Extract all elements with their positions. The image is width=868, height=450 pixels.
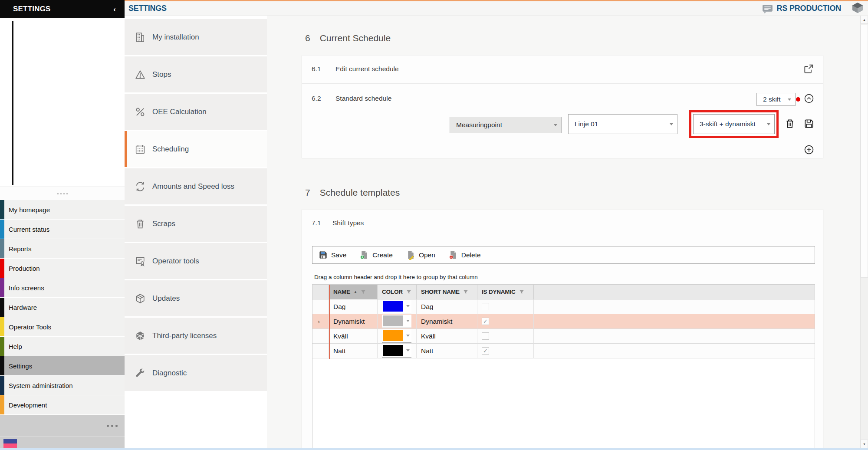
sidebar-settings-item[interactable] bbox=[17, 154, 125, 171]
sidebar-settings-item[interactable] bbox=[17, 53, 125, 70]
cell-color[interactable] bbox=[378, 344, 417, 358]
cell-is-dynamic[interactable] bbox=[477, 329, 534, 344]
sort-asc-icon[interactable]: ▲ bbox=[354, 290, 357, 294]
sidebar-item[interactable]: Settings bbox=[0, 356, 125, 375]
sidebar-settings-item[interactable] bbox=[17, 137, 125, 154]
cell-name[interactable]: Kväll bbox=[329, 329, 378, 344]
sidebar-item[interactable]: Reports bbox=[0, 239, 125, 258]
sidebar-settings-item[interactable] bbox=[17, 104, 125, 121]
sidebar-settings-item[interactable] bbox=[17, 87, 125, 104]
grid-header-is-dynamic[interactable]: IS DYNAMIC bbox=[477, 285, 534, 299]
sidebar-item[interactable]: Hardware bbox=[0, 298, 125, 317]
cell-color[interactable] bbox=[378, 314, 417, 329]
sidebar-settings-item[interactable] bbox=[17, 171, 125, 187]
cell-expand[interactable]: › bbox=[312, 299, 329, 314]
settings-nav-item[interactable]: Scheduling bbox=[125, 131, 267, 167]
color-dropdown[interactable] bbox=[382, 329, 411, 343]
checkbox[interactable] bbox=[482, 318, 489, 325]
cell-is-dynamic[interactable] bbox=[477, 314, 534, 329]
sidebar-settings-item[interactable] bbox=[17, 20, 125, 37]
cell-expand[interactable]: › bbox=[312, 314, 329, 329]
cell-expand[interactable]: › bbox=[312, 329, 329, 344]
selected-indicator-bar bbox=[125, 131, 127, 167]
collapse-icon[interactable]: ‹ bbox=[113, 6, 116, 13]
delete-schedule-icon[interactable] bbox=[784, 118, 796, 129]
scrollbar-thumb[interactable] bbox=[861, 25, 868, 278]
brand-name[interactable]: RS PRODUCTION bbox=[777, 4, 841, 13]
cell-color[interactable] bbox=[378, 299, 417, 314]
cell-name[interactable]: Dynamiskt bbox=[329, 314, 378, 329]
settings-nav-item[interactable]: Diagnostic bbox=[125, 355, 267, 391]
checkbox[interactable] bbox=[482, 347, 489, 355]
vertical-scrollbar[interactable]: ▲ ▼ bbox=[860, 15, 868, 448]
toolbar-button-label: Open bbox=[419, 251, 435, 259]
toolbar-button[interactable]: Delete bbox=[448, 250, 481, 260]
sidebar-overflow-button[interactable] bbox=[0, 415, 125, 437]
scroll-up-button[interactable]: ▲ bbox=[861, 15, 868, 24]
line-select[interactable]: Linje 01 bbox=[568, 114, 677, 134]
grid-header-name[interactable]: NAME ▲ bbox=[329, 285, 378, 299]
cell-short-name[interactable]: Kväll bbox=[417, 329, 477, 344]
cell-name[interactable]: Dag bbox=[329, 299, 378, 314]
settings-nav-item[interactable]: Operator tools bbox=[125, 243, 267, 279]
sidebar-item[interactable]: Current status bbox=[0, 220, 125, 239]
settings-nav-item[interactable]: Third-party licenses bbox=[125, 318, 267, 354]
sidebar-item[interactable]: My homepage bbox=[0, 200, 125, 219]
color-dropdown[interactable] bbox=[382, 300, 411, 313]
sidebar-settings-item[interactable] bbox=[17, 120, 125, 137]
template-select[interactable]: 3-skift + dynamiskt bbox=[693, 114, 775, 134]
settings-nav-item[interactable]: My installation bbox=[125, 19, 267, 55]
filter-icon[interactable] bbox=[361, 289, 366, 295]
color-dropdown[interactable] bbox=[382, 344, 411, 358]
add-schedule-icon[interactable] bbox=[803, 144, 815, 155]
cell-expand[interactable]: › bbox=[312, 344, 329, 358]
chat-icon[interactable] bbox=[762, 3, 773, 14]
settings-nav-item[interactable]: Scraps bbox=[125, 206, 267, 242]
settings-nav-item-label: My installation bbox=[152, 33, 199, 42]
schedule-select[interactable]: 2 skift bbox=[756, 93, 796, 106]
collapse-section-icon[interactable] bbox=[803, 93, 815, 104]
section-number: 7 bbox=[305, 187, 310, 198]
sidebar-item[interactable]: Production bbox=[0, 259, 125, 278]
scroll-down-button[interactable]: ▼ bbox=[861, 440, 868, 448]
cell-name[interactable]: Natt bbox=[329, 344, 378, 358]
grid-header-short-name[interactable]: SHORT NAME bbox=[417, 285, 477, 299]
cell-color[interactable] bbox=[378, 329, 417, 344]
sidebar-item[interactable]: System administration bbox=[0, 376, 125, 395]
expand-row-icon[interactable]: › bbox=[318, 318, 320, 325]
cell-is-dynamic[interactable] bbox=[477, 344, 534, 358]
sidebar-drag-handle[interactable] bbox=[0, 187, 125, 200]
settings-nav-item[interactable]: Amounts and Speed loss bbox=[125, 168, 267, 204]
save-schedule-icon[interactable] bbox=[803, 118, 815, 129]
cell-short-name[interactable]: Natt bbox=[417, 344, 477, 358]
cell-is-dynamic[interactable] bbox=[477, 299, 534, 314]
filter-icon[interactable] bbox=[519, 289, 524, 295]
sidebar-header[interactable]: SETTINGS ‹ bbox=[0, 0, 125, 18]
cell-short-name[interactable]: Dag bbox=[417, 299, 477, 314]
external-link-icon[interactable] bbox=[803, 63, 814, 75]
color-dropdown[interactable] bbox=[382, 315, 411, 328]
checkbox[interactable] bbox=[482, 303, 489, 310]
toolbar-button[interactable]: Save bbox=[318, 250, 346, 260]
filter-icon[interactable] bbox=[463, 289, 468, 295]
settings-nav-item[interactable]: OEE Calculation bbox=[125, 94, 267, 130]
measuringpoint-select[interactable]: Measuringpoint bbox=[450, 117, 562, 133]
sidebar-item[interactable]: Info screens bbox=[0, 278, 125, 297]
sidebar-item[interactable]: Development bbox=[0, 395, 125, 414]
cell-short-name[interactable]: Dynamiskt bbox=[417, 314, 477, 329]
app-logo-icon[interactable] bbox=[852, 2, 864, 13]
sidebar-item[interactable]: Help bbox=[0, 337, 125, 356]
sidebar-settings-item[interactable] bbox=[17, 37, 125, 54]
filter-icon[interactable] bbox=[406, 289, 411, 295]
sidebar-settings-item[interactable] bbox=[17, 70, 125, 87]
section-number: 6 bbox=[305, 33, 310, 43]
settings-nav-item[interactable]: Updates bbox=[125, 280, 267, 316]
standard-schedule-row: 6.2 Standard schedule bbox=[312, 95, 391, 102]
color-swatch bbox=[383, 315, 403, 326]
settings-nav-item[interactable]: Stops bbox=[125, 56, 267, 92]
toolbar-button[interactable]: Create bbox=[359, 250, 393, 260]
grid-header-color[interactable]: COLOR bbox=[378, 285, 417, 299]
sidebar-item[interactable]: Operator Tools bbox=[0, 317, 125, 336]
checkbox[interactable] bbox=[482, 332, 489, 340]
toolbar-button[interactable]: Open bbox=[406, 250, 435, 260]
